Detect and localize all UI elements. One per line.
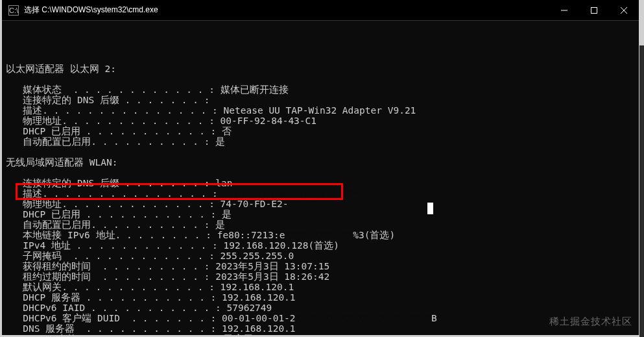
terminal-line: 以太网适配器 以太网 2: (2, 64, 639, 74)
svg-rect-1 (591, 7, 597, 13)
terminal-line: 描述. . . . . . . . . . . . . . . : Intel(… (2, 188, 639, 199)
terminal-line: 子网掩码 . . . . . . . . . . . . : 255.255.2… (2, 251, 639, 261)
terminal-line: 自动配置已启用. . . . . . . . . . : 是 (2, 136, 639, 147)
maximize-button[interactable] (579, 0, 609, 21)
terminal-line: DHCP 服务器 . . . . . . . . . . . : 192.168… (2, 292, 639, 303)
window-title: 选择 C:\WINDOWS\system32\cmd.exe (24, 5, 158, 16)
terminal-line: DHCP 已启用 . . . . . . . . . . . : 否 (2, 126, 639, 136)
close-icon (621, 7, 627, 14)
terminal-line: 租约过期的时间 . . . . . . . . . : 2023年5月3日 18… (2, 271, 639, 282)
terminal-line (2, 74, 639, 84)
terminal-line: 连接特定的 DNS 后缀 . . . . . . . : lan (2, 178, 639, 188)
maximize-icon (591, 7, 597, 14)
terminal-line: 获得租约的时间 . . . . . . . . . : 2023年5月3日 13… (2, 261, 639, 271)
terminal-line: 物理地址. . . . . . . . . . . . . : 74-70-FD… (2, 199, 639, 209)
terminal-line: 媒体状态 . . . . . . . . . . . . : 媒体已断开连接 (2, 84, 639, 95)
terminal-line: TCPIP 上的 NetBIOS . . . . . . . : 已启用 (2, 334, 639, 335)
terminal-line: 默认网关. . . . . . . . . . . . . : 192.168.… (2, 282, 639, 292)
terminal-line: 描述. . . . . . . . . . . . . . . : Neteas… (2, 105, 639, 116)
minimize-button[interactable] (549, 0, 579, 21)
background-side-strip (639, 45, 644, 337)
titlebar[interactable]: C:\ 选择 C:\WINDOWS\system32\cmd.exe (2, 0, 639, 21)
terminal-line: IPv4 地址 . . . . . . . . . . . . : 192.16… (2, 240, 639, 251)
terminal-line: 连接特定的 DNS 后缀 . . . . . . . : (2, 95, 639, 105)
terminal-line (2, 147, 639, 157)
terminal-line: 物理地址. . . . . . . . . . . . . : 00-FF-92… (2, 116, 639, 126)
terminal-output[interactable]: 以太网适配器 以太网 2: 媒体状态 . . . . . . . . . . .… (2, 21, 639, 335)
cmd-window: C:\ 选择 C:\WINDOWS\system32\cmd.exe 以太网适配… (2, 0, 639, 335)
terminal-line: 自动配置已启用. . . . . . . . . . : 是 (2, 219, 639, 230)
selection-cursor (427, 203, 433, 214)
terminal-line: DHCPv6 IAID . . . . . . . . . . . : 5796… (2, 303, 639, 313)
terminal-line: DNS 服务器 . . . . . . . . . . . : 192.168.… (2, 323, 639, 334)
minimize-icon (561, 7, 567, 14)
terminal-line: DHCPv6 客户端 DUID . . . . . . . : 00-01-00… (2, 313, 639, 323)
terminal-line: 无线局域网适配器 WLAN: (2, 157, 639, 168)
cmd-icon: C:\ (8, 5, 19, 16)
terminal-line (2, 53, 639, 64)
terminal-line (2, 168, 639, 178)
terminal-line: DHCP 已启用 . . . . . . . . . . . : 是 (2, 209, 639, 219)
close-button[interactable] (609, 0, 639, 21)
terminal-line: 本地链接 IPv6 地址. . . . . . . . : fe80::7213… (2, 230, 639, 240)
